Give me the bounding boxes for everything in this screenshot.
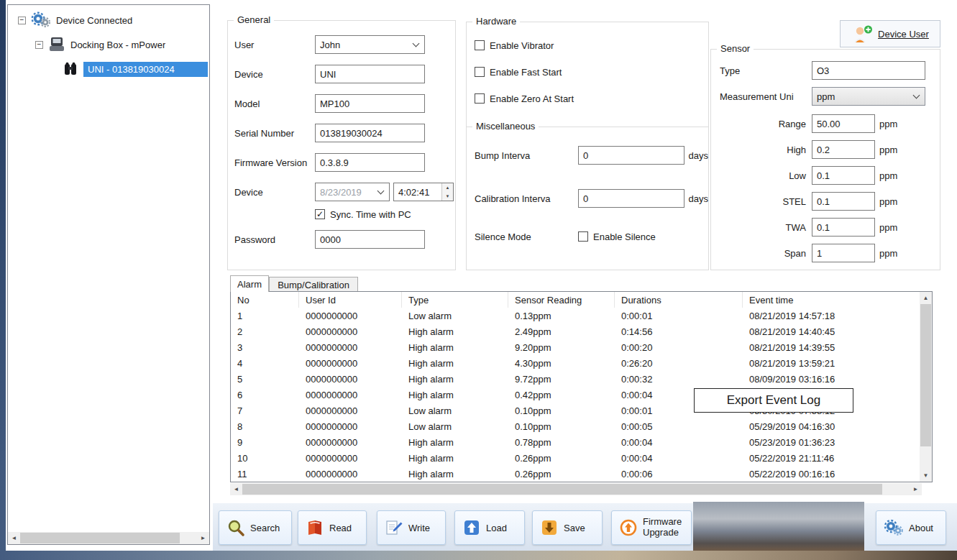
table-cell: 9.20ppm — [508, 339, 615, 355]
measurement-unit-dropdown[interactable]: ppm — [812, 87, 925, 106]
about-gears-icon — [884, 518, 904, 537]
model-field[interactable]: MP100 — [315, 94, 425, 113]
column-durations[interactable]: Durations — [615, 292, 743, 308]
scrollbar-thumb[interactable] — [20, 533, 180, 543]
enable-fast-start-checkbox[interactable] — [475, 67, 485, 77]
enable-vibrator-checkbox[interactable] — [475, 40, 485, 50]
table-row[interactable]: 30000000000High alarm9.20ppm0:00:2008/21… — [231, 339, 920, 355]
table-cell: 0000000000 — [299, 418, 402, 434]
tree-item-uni-device[interactable]: UNI - 013819030024 — [8, 60, 209, 78]
range-field[interactable]: 50.00 — [812, 114, 875, 133]
scroll-right-icon[interactable] — [910, 483, 922, 495]
tree-item-docking-box[interactable]: Docking Box - mPower — [8, 35, 209, 54]
serial-number-field[interactable]: 013819030024 — [315, 124, 425, 142]
tree-horizontal-scrollbar[interactable] — [8, 532, 209, 544]
span-field[interactable]: 1 — [812, 244, 875, 262]
calibration-interval-field[interactable]: 0 — [578, 189, 684, 208]
save-button[interactable]: Save — [532, 510, 603, 545]
table-row[interactable]: 40000000000High alarm4.30ppm0:26:2008/21… — [231, 355, 920, 371]
scroll-up-icon[interactable] — [920, 292, 932, 304]
desktop-wallpaper-gap — [693, 502, 864, 551]
column-user-id[interactable]: User Id — [299, 292, 402, 308]
user-dropdown[interactable]: John — [315, 35, 425, 54]
table-vertical-scrollbar[interactable] — [920, 292, 932, 482]
table-cell: 0000000000 — [299, 403, 402, 418]
scrollbar-thumb[interactable] — [242, 484, 882, 495]
sync-time-checkbox[interactable] — [315, 209, 325, 219]
save-icon — [540, 518, 559, 537]
about-button[interactable]: About — [876, 510, 946, 545]
column-sensor-reading[interactable]: Sensor Reading — [508, 292, 615, 308]
table-cell: 0000000000 — [299, 308, 402, 323]
table-row[interactable]: 110000000000High alarm0.26ppm0:00:0605/2… — [231, 466, 920, 482]
stel-field[interactable]: 0.1 — [812, 192, 875, 211]
table-cell: 6 — [231, 387, 299, 403]
export-event-log-button[interactable]: Export Event Log — [694, 388, 853, 413]
scrollbar-thumb[interactable] — [920, 304, 931, 446]
write-button[interactable]: Write — [377, 510, 446, 545]
tree-item-device-connected[interactable]: Device Connected — [8, 11, 209, 29]
read-button[interactable]: Read — [298, 510, 367, 545]
twa-value: 0.1 — [817, 222, 830, 233]
tab-bump-calibration[interactable]: Bump/Calibration — [269, 277, 358, 292]
table-row[interactable]: 50000000000High alarm9.72ppm0:00:3208/09… — [231, 371, 920, 387]
device-user-button[interactable]: Device User — [840, 20, 940, 47]
table-cell: 08/21/2019 14:39:55 — [743, 339, 920, 355]
date-picker[interactable]: 8/23/2019 — [315, 183, 390, 201]
spinner-up-icon[interactable] — [442, 183, 453, 192]
table-cell: 1 — [231, 308, 299, 323]
table-cell: 0.10ppm — [508, 418, 615, 434]
time-spinner[interactable]: 4:02:41 — [393, 183, 454, 201]
span-value: 1 — [817, 248, 822, 259]
search-button[interactable]: Search — [219, 510, 292, 545]
scroll-down-icon[interactable] — [920, 469, 932, 482]
low-field[interactable]: 0.1 — [812, 166, 875, 185]
column-event-time[interactable]: Event time — [743, 292, 920, 308]
read-button-label: Read — [329, 523, 352, 533]
sensor-type-field[interactable]: O3 — [812, 61, 925, 80]
date-value: 8/23/2019 — [320, 187, 362, 198]
table-row[interactable]: 20000000000High alarm2.49ppm0:14:5608/21… — [231, 323, 920, 339]
tree-collapse-icon[interactable] — [35, 41, 43, 49]
tab-alarm[interactable]: Alarm — [230, 275, 269, 292]
table-cell: 4 — [231, 355, 299, 371]
password-value: 0000 — [320, 234, 341, 245]
scroll-left-icon[interactable] — [8, 532, 20, 544]
scroll-right-icon[interactable] — [197, 532, 209, 544]
stel-value: 0.1 — [817, 196, 830, 207]
sensor-type-value: O3 — [817, 65, 829, 76]
device-field[interactable]: UNI — [315, 65, 425, 83]
table-row[interactable]: 90000000000High alarm0.78ppm0:00:0405/23… — [231, 434, 920, 450]
column-no[interactable]: No — [231, 292, 299, 308]
enable-silence-checkbox[interactable] — [578, 231, 588, 242]
table-cell: 0000000000 — [299, 466, 402, 482]
span-unit: ppm — [879, 248, 897, 259]
spinner-down-icon[interactable] — [442, 192, 453, 201]
password-field[interactable]: 0000 — [315, 230, 425, 249]
bump-interval-label: Bump Interva — [475, 150, 578, 161]
bump-interval-value: 0 — [583, 150, 588, 161]
scroll-left-icon[interactable] — [230, 483, 242, 495]
measurement-unit-value: ppm — [817, 91, 835, 102]
high-field[interactable]: 0.2 — [812, 140, 875, 159]
event-table-panel: No User Id Type Sensor Reading Durations… — [230, 291, 933, 482]
table-cell: 0000000000 — [299, 450, 402, 466]
table-row[interactable]: 100000000000High alarm0.26ppm0:00:0405/2… — [231, 450, 920, 466]
table-row[interactable]: 80000000000Low alarm0.10ppm0:00:0505/29/… — [231, 418, 920, 434]
table-cell: 0000000000 — [299, 355, 402, 371]
tree-label-dock: Docking Box - mPower — [70, 40, 165, 50]
table-cell: 0:00:05 — [615, 418, 743, 434]
enable-zero-at-start-checkbox[interactable] — [475, 93, 485, 104]
firmware-upgrade-button[interactable]: Firmware Upgrade — [611, 510, 692, 545]
table-cell: High alarm — [402, 323, 508, 339]
column-type[interactable]: Type — [402, 292, 508, 308]
tree-collapse-icon[interactable] — [18, 17, 26, 24]
low-label: Low — [711, 170, 812, 181]
load-button[interactable]: Load — [454, 510, 525, 545]
bump-interval-field[interactable]: 0 — [578, 146, 684, 165]
table-row[interactable]: 10000000000Low alarm0.13ppm0:00:0108/21/… — [231, 308, 920, 323]
table-cell: 4.30ppm — [508, 355, 615, 371]
table-horizontal-scrollbar[interactable] — [230, 483, 922, 495]
twa-field[interactable]: 0.1 — [812, 218, 875, 237]
firmware-version-field[interactable]: 0.3.8.9 — [315, 153, 425, 172]
